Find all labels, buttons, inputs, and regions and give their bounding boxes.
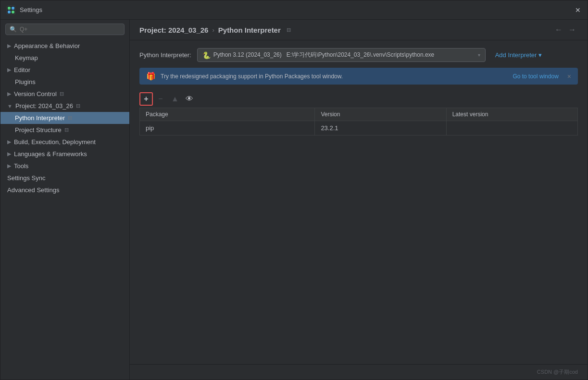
add-interpreter-label: Add Interpreter [495, 51, 537, 59]
add-interpreter-button[interactable]: Add Interpreter ▾ [491, 49, 546, 61]
gift-icon: 🎁 [146, 72, 156, 81]
search-box[interactable]: 🔍 [5, 24, 125, 35]
search-input[interactable] [20, 26, 120, 33]
sidebar-item-label: Project: 2024_03_26 [15, 102, 73, 110]
forward-button[interactable]: → [566, 25, 578, 35]
app-logo [6, 5, 16, 15]
sidebar-item-label: Version Control [14, 90, 57, 98]
col-version: Version [315, 108, 446, 121]
sidebar-item-label: Appearance & Behavior [14, 42, 80, 49]
add-interpreter-arrow-icon: ▾ [538, 51, 542, 59]
expand-icon: ▼ [7, 103, 13, 109]
breadcrumb-project[interactable]: Project: 2024_03_26 [139, 26, 208, 34]
back-button[interactable]: ← [553, 25, 564, 35]
expand-icon: ▶ [7, 91, 11, 97]
packages-table: Package Version Latest version pip 23.2.… [139, 108, 578, 135]
sidebar-item-advanced-settings[interactable]: Advanced Settings [0, 184, 129, 196]
minus-icon: − [158, 95, 163, 103]
up-icon: ▲ [171, 95, 179, 103]
sidebar-item-python-interpreter[interactable]: Python Interpreter ⊟ [0, 112, 129, 124]
sidebar-item-label: Python Interpreter [15, 114, 65, 122]
nav-section: ▶ Appearance & Behavior Keymap ▶ Editor … [0, 39, 129, 197]
sidebar-item-label: Settings Sync [7, 174, 46, 182]
sidebar-item-plugins[interactable]: Plugins [0, 76, 129, 88]
expand-icon: ▶ [7, 43, 11, 49]
sidebar-item-label: Keymap [15, 54, 38, 61]
sidebar-item-keymap[interactable]: Keymap [0, 52, 129, 64]
package-version: 23.2.1 [315, 121, 446, 135]
sidebar-item-tools[interactable]: ▶ Tools [0, 160, 129, 172]
search-icon: 🔍 [10, 26, 17, 33]
sidebar-item-languages[interactable]: ▶ Languages & Frameworks [0, 148, 129, 160]
content-panel: Project: 2024_03_26 › Python Interpreter… [130, 20, 588, 380]
main-content: 🔍 ▶ Appearance & Behavior Keymap ▶ Edito… [0, 20, 588, 380]
sidebar-item-project-2024[interactable]: ▼ Project: 2024_03_26 ⊟ [0, 100, 129, 112]
expand-icon: ▶ [7, 151, 11, 157]
sidebar-item-build[interactable]: ▶ Build, Execution, Deployment [0, 136, 129, 148]
table-header: Package Version Latest version [140, 108, 578, 121]
remove-package-button[interactable]: − [154, 92, 167, 106]
package-latest [446, 121, 577, 135]
dropdown-arrow-icon: ▾ [478, 52, 480, 58]
sidebar-item-version-control[interactable]: ▶ Version Control ⊟ [0, 88, 129, 100]
sidebar-item-appearance[interactable]: ▶ Appearance & Behavior [0, 40, 129, 52]
sidebar-item-editor[interactable]: ▶ Editor [0, 64, 129, 76]
sidebar-item-label: Project Structure [15, 126, 62, 134]
title-bar: Settings ✕ [0, 0, 588, 20]
python-icon: 🐍 [202, 51, 211, 59]
interpreter-label: Python Interpreter: [139, 51, 191, 59]
footer: CSDN @子期cod [130, 364, 588, 380]
table-body: pip 23.2.1 [140, 121, 578, 135]
expand-icon: ▶ [7, 139, 11, 145]
breadcrumb-page-icon: ⊟ [287, 27, 291, 33]
breadcrumb-separator: › [212, 26, 214, 34]
sidebar-item-settings-sync[interactable]: Settings Sync [0, 172, 129, 184]
sidebar-item-label: Tools [14, 162, 28, 170]
svg-rect-3 [8, 11, 11, 13]
col-package: Package [140, 108, 315, 121]
expand-icon: ▶ [7, 67, 11, 73]
sidebar-item-project-structure[interactable]: Project Structure ⊟ [0, 124, 129, 136]
expand-icon: ▶ [7, 163, 11, 169]
svg-rect-1 [8, 7, 11, 10]
info-banner-text: Try the redesigned packaging support in … [161, 73, 508, 80]
close-button[interactable]: ✕ [574, 6, 582, 14]
table-row[interactable]: pip 23.2.1 [140, 121, 578, 135]
up-package-button[interactable]: ▲ [168, 92, 182, 106]
interpreter-dropdown[interactable]: 🐍 Python 3.12 (2024_03_26) E:\学习代码\Pytho… [197, 48, 486, 62]
banner-close-icon[interactable]: × [567, 73, 571, 80]
go-to-tool-window-link[interactable]: Go to tool window [513, 73, 558, 80]
sidebar-badge: ⊟ [60, 91, 64, 97]
sidebar-item-label: Build, Execution, Deployment [14, 138, 96, 146]
settings-window: Settings ✕ 🔍 ▶ Appearance & Behavior Key… [0, 0, 588, 380]
settings-body: Python Interpreter: 🐍 Python 3.12 (2024_… [130, 40, 588, 364]
interpreter-row: Python Interpreter: 🐍 Python 3.12 (2024_… [139, 48, 578, 62]
breadcrumb-nav: ← → [553, 25, 578, 35]
col-latest: Latest version [446, 108, 577, 121]
packages-toolbar: + − ▲ 👁 [139, 90, 578, 108]
interpreter-value: Python 3.12 (2024_03_26) E:\学习代码\Python\… [213, 51, 435, 59]
svg-rect-2 [12, 7, 14, 10]
sidebar-badge: ⊟ [76, 103, 80, 109]
breadcrumb-current: Python Interpreter [218, 26, 281, 34]
sidebar: 🔍 ▶ Appearance & Behavior Keymap ▶ Edito… [0, 20, 130, 380]
add-icon: + [144, 95, 148, 103]
footer-text: CSDN @子期cod [537, 369, 578, 375]
window-controls: ✕ [574, 6, 582, 14]
sidebar-item-label: Languages & Frameworks [14, 150, 87, 158]
breadcrumb-bar: Project: 2024_03_26 › Python Interpreter… [130, 20, 588, 40]
add-package-button[interactable]: + [139, 92, 153, 106]
sidebar-item-label: Editor [14, 66, 30, 74]
sidebar-badge: ⊟ [68, 115, 72, 121]
eye-icon: 👁 [186, 95, 193, 103]
sidebar-item-label: Advanced Settings [7, 186, 59, 194]
window-title: Settings [20, 6, 574, 13]
info-banner: 🎁 Try the redesigned packaging support i… [139, 68, 578, 85]
svg-rect-4 [12, 11, 14, 13]
sidebar-badge: ⊟ [64, 127, 69, 133]
show-package-button[interactable]: 👁 [183, 92, 196, 106]
sidebar-item-label: Plugins [15, 78, 36, 86]
package-name: pip [140, 121, 315, 135]
